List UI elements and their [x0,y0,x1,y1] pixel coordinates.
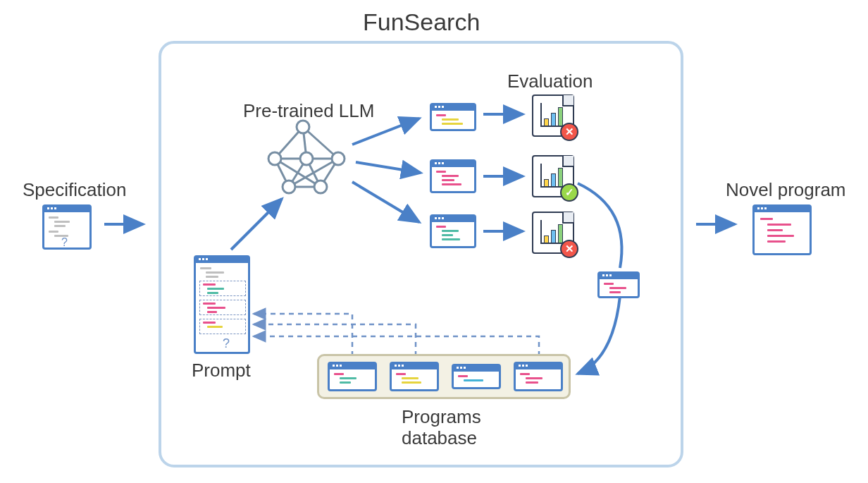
novel-program-card [752,204,812,255]
candidate-program-2 [430,159,476,193]
evaluation-result-3: ✕ [532,212,574,254]
db-program-1 [328,362,377,391]
winning-program-card [597,271,640,298]
prompt-label: Prompt [192,360,251,381]
novel-program-label: Novel program [726,179,846,201]
prompt-card: ? [194,255,250,354]
evaluation-label: Evaluation [507,71,593,92]
db-program-3 [452,364,501,389]
pretrained-llm-label: Pre-trained LLM [243,100,374,122]
evaluation-result-1: ✕ [532,94,574,137]
specification-label: Specification [23,179,126,201]
programs-database-label-1: Programs [402,406,481,428]
programs-database-label-2: database [402,427,477,449]
specification-card: ? [42,204,92,250]
diagram-title: FunSearch [363,8,480,36]
candidate-program-1 [430,103,476,131]
candidate-program-3 [430,214,476,248]
funsearch-box [159,41,683,467]
evaluation-result-2: ✓ [532,155,574,197]
db-program-2 [390,362,439,391]
db-program-4 [514,362,563,391]
